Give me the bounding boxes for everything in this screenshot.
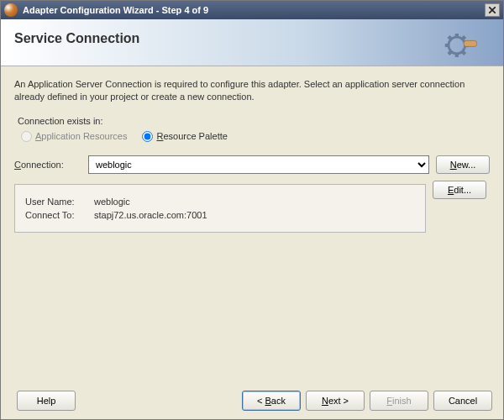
footer-buttons: Help < Back Next > Finish Cancel [0, 385, 504, 420]
edit-connection-button[interactable]: Edit... [433, 181, 486, 199]
description-text: An Application Server Connection is requ… [14, 78, 490, 104]
gear-icon [443, 28, 478, 63]
close-icon [489, 7, 496, 13]
svg-rect-2 [455, 54, 459, 57]
finish-button: Finish [370, 391, 428, 411]
window-title: Adapter Configuration Wizard - Step 4 of… [23, 5, 485, 15]
next-button[interactable]: Next > [306, 391, 365, 411]
cancel-button[interactable]: Cancel [433, 391, 492, 411]
radio-application-resources: Application Resources [21, 131, 127, 142]
svg-rect-1 [455, 34, 459, 37]
user-name-value: weblogic [94, 197, 130, 207]
connection-row: Connection: weblogic New... [14, 155, 490, 174]
user-name-label: User Name: [25, 197, 94, 207]
connect-to-label: Connect To: [25, 210, 94, 220]
svg-point-0 [449, 37, 465, 54]
radio-application-resources-input [21, 131, 32, 142]
svg-rect-3 [445, 44, 449, 47]
radio-resource-palette[interactable]: Resource Palette [142, 131, 227, 142]
titlebar: Adapter Configuration Wizard - Step 4 of… [1, 1, 503, 19]
app-icon [4, 3, 18, 17]
close-button[interactable] [485, 3, 500, 17]
radio-resource-palette-input[interactable] [142, 131, 153, 142]
connection-label: Connection: [14, 160, 81, 170]
connection-select[interactable]: weblogic [88, 155, 429, 174]
page-title: Service Connection [14, 31, 490, 46]
connection-details: User Name: weblogic Connect To: stapj72.… [14, 184, 426, 233]
help-button[interactable]: Help [17, 391, 76, 411]
content-area: An Application Server Connection is requ… [1, 66, 503, 233]
new-connection-button[interactable]: New... [436, 155, 490, 174]
connect-to-value: stapj72.us.oracle.com:7001 [94, 210, 207, 220]
wizard-banner: Service Connection [1, 19, 503, 66]
back-button[interactable]: < Back [242, 391, 301, 411]
exists-in-radio-group: Application Resources Resource Palette [21, 131, 490, 142]
svg-rect-9 [464, 40, 476, 46]
exists-in-label: Connection exists in: [18, 116, 490, 126]
